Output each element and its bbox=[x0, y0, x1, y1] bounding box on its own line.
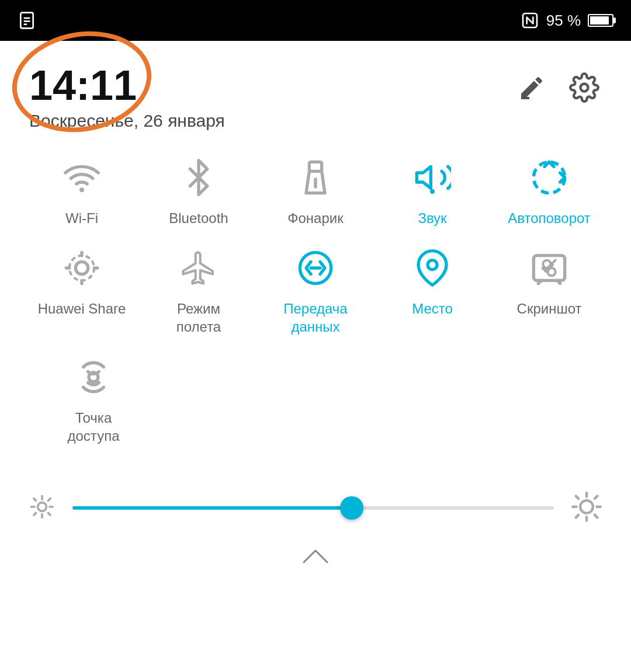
airplane-label: Режим полета bbox=[176, 300, 221, 336]
location-icon bbox=[414, 249, 451, 287]
qs-airplane[interactable]: Режим полета bbox=[146, 245, 251, 336]
qs-wifi[interactable]: Wi-Fi bbox=[29, 154, 134, 227]
sound-icon bbox=[414, 159, 451, 196]
flashlight-icon bbox=[297, 159, 334, 196]
data-transfer-icon bbox=[297, 249, 334, 287]
status-bar-right: 95 % bbox=[521, 11, 613, 30]
screenshot-icon-container bbox=[526, 245, 573, 291]
clock-time: 14:11 bbox=[29, 64, 225, 106]
document-icon bbox=[18, 11, 36, 30]
time-date: 14:11 Воскресенье, 26 января bbox=[29, 64, 225, 131]
qs-bluetooth[interactable]: Bluetooth bbox=[146, 154, 251, 227]
chevron-up-icon bbox=[301, 548, 330, 565]
svg-line-31 bbox=[34, 513, 36, 515]
svg-point-6 bbox=[581, 84, 588, 92]
edit-icon bbox=[518, 74, 546, 102]
flashlight-icon-container bbox=[292, 154, 339, 201]
brightness-min-icon bbox=[29, 494, 55, 522]
panel-header: 14:11 Воскресенье, 26 января bbox=[0, 41, 631, 142]
date-text: Воскресенье, 26 января bbox=[29, 111, 225, 131]
svg-line-19 bbox=[538, 281, 541, 284]
bluetooth-icon bbox=[180, 159, 217, 196]
qs-autorotate[interactable]: Автоповорот bbox=[497, 154, 602, 227]
brightness-max-icon bbox=[571, 492, 602, 524]
wifi-icon-container bbox=[58, 154, 105, 201]
edit-button[interactable] bbox=[514, 70, 549, 105]
bluetooth-label: Bluetooth bbox=[169, 209, 228, 227]
svg-point-7 bbox=[79, 187, 84, 192]
svg-line-30 bbox=[48, 513, 50, 515]
qs-screenshot[interactable]: Скриншот bbox=[497, 245, 602, 336]
brightness-slider-fill bbox=[72, 506, 352, 510]
qs-sound[interactable]: Звук bbox=[380, 154, 485, 227]
svg-line-40 bbox=[576, 515, 579, 518]
battery-icon bbox=[588, 14, 613, 27]
screenshot-label: Скриншот bbox=[517, 300, 582, 318]
qs-location[interactable]: Место bbox=[380, 245, 485, 336]
svg-point-12 bbox=[533, 162, 564, 193]
brightness-row bbox=[0, 480, 631, 536]
brightness-slider[interactable] bbox=[72, 506, 554, 510]
qs-data-transfer[interactable]: Передача данных bbox=[263, 245, 368, 336]
notification-panel: 14:11 Воскресенье, 26 января bbox=[0, 41, 631, 672]
airplane-icon bbox=[180, 249, 217, 287]
qs-row-3: Точка доступа bbox=[23, 354, 608, 445]
svg-line-38 bbox=[576, 496, 579, 499]
autorotate-icon bbox=[531, 159, 568, 196]
data-transfer-label: Передача данных bbox=[283, 300, 347, 336]
svg-point-13 bbox=[75, 262, 88, 274]
flashlight-label: Фонарик bbox=[287, 209, 343, 227]
battery-percent: 95 % bbox=[546, 12, 581, 30]
svg-line-41 bbox=[595, 496, 598, 499]
location-icon-container bbox=[409, 245, 456, 291]
hotspot-icon-container bbox=[70, 354, 117, 401]
wifi-icon bbox=[63, 159, 100, 196]
svg-rect-8 bbox=[309, 162, 321, 171]
svg-line-39 bbox=[595, 515, 598, 518]
hotspot-label: Точка доступа bbox=[68, 409, 120, 445]
svg-point-17 bbox=[428, 260, 437, 270]
location-label: Место bbox=[412, 300, 453, 318]
qs-row-2: Huawei Share Режим полета bbox=[23, 245, 608, 336]
data-transfer-icon-container bbox=[292, 245, 339, 291]
chevron-row[interactable] bbox=[0, 536, 631, 577]
qs-huawei-share[interactable]: Huawei Share bbox=[29, 245, 134, 336]
svg-point-33 bbox=[580, 500, 593, 513]
svg-point-24 bbox=[38, 503, 47, 511]
huawei-share-label: Huawei Share bbox=[38, 300, 126, 318]
qs-flashlight[interactable]: Фонарик bbox=[263, 154, 368, 227]
svg-point-14 bbox=[70, 256, 95, 281]
autorotate-icon-container bbox=[526, 154, 573, 201]
brightness-slider-thumb[interactable] bbox=[340, 496, 363, 520]
qs-row-1: Wi-Fi Bluetooth bbox=[23, 154, 608, 227]
wifi-label: Wi-Fi bbox=[65, 209, 98, 227]
bluetooth-icon-container bbox=[175, 154, 222, 201]
airplane-icon-container bbox=[175, 245, 222, 291]
sound-label: Звук bbox=[418, 209, 446, 227]
header-icons bbox=[514, 64, 602, 105]
autorotate-label: Автоповорот bbox=[508, 209, 591, 227]
status-bar: 95 % bbox=[0, 0, 631, 41]
huawei-share-icon bbox=[63, 249, 100, 287]
svg-line-20 bbox=[557, 281, 560, 284]
huawei-share-icon-container bbox=[58, 245, 105, 291]
settings-icon bbox=[569, 72, 599, 103]
svg-point-11 bbox=[430, 189, 435, 194]
screenshot-icon bbox=[531, 249, 568, 287]
status-bar-left bbox=[18, 11, 36, 30]
svg-line-32 bbox=[48, 499, 50, 501]
svg-line-29 bbox=[34, 499, 36, 501]
quick-settings: Wi-Fi Bluetooth bbox=[0, 142, 631, 474]
settings-button[interactable] bbox=[567, 70, 602, 105]
qs-hotspot[interactable]: Точка доступа bbox=[41, 354, 146, 445]
hotspot-icon bbox=[75, 358, 112, 396]
svg-marker-10 bbox=[417, 166, 431, 188]
sound-icon-container bbox=[409, 154, 456, 201]
nfc-icon bbox=[521, 11, 539, 30]
